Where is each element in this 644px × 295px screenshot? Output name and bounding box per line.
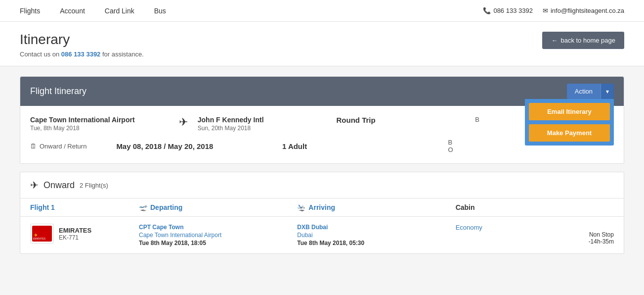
email-contact: ✉ info@flightsiteagent.co.za: [543, 7, 624, 14]
departing-header: 🛫 Departing: [139, 203, 297, 211]
make-payment-button[interactable]: Make Payment: [529, 124, 610, 142]
trip-type: Round Trip: [337, 116, 475, 124]
svg-text:EMIRATES: EMIRATES: [33, 237, 46, 240]
page-header: Itinerary Contact us on 086 133 3392 for…: [0, 22, 644, 66]
itinerary-card-title: Flight Itinerary: [30, 86, 86, 97]
cabin-header: Cabin: [456, 203, 614, 211]
adults-value: 1 Adult: [282, 142, 448, 150]
dates-label-text: Onward / Return: [40, 143, 86, 150]
other-info: O: [448, 146, 614, 153]
airline-code: EK-771: [59, 234, 91, 241]
calendar-icon: 🗓: [30, 143, 37, 150]
dates-value: May 08, 2018 / May 20, 2018: [116, 142, 282, 150]
phone-number: 086 133 3392: [493, 7, 533, 14]
departing-plane-icon: 🛫: [139, 203, 147, 211]
action-button[interactable]: Action: [567, 84, 601, 99]
onward-header: ✈ Onward 2 Flight(s): [20, 172, 624, 198]
route-arrow: ✈: [169, 116, 198, 129]
dep-datetime: Tue 8th May 2018, 18:05: [139, 240, 297, 246]
route-to: John F Kennedy Intl Sun, 20th May 2018: [198, 116, 337, 132]
airline-info: EMIRATES EK-771: [59, 227, 91, 241]
page-title: Itinerary: [20, 32, 144, 48]
departing-label: Departing: [150, 203, 182, 211]
arr-iata-code: DXB: [297, 224, 309, 231]
action-btn-group: Action ▾ Email Itinerary Make Payment: [567, 84, 614, 99]
phone-icon: 📞: [483, 7, 491, 14]
arriving-plane-icon: 🛬: [297, 203, 305, 211]
flight-cabin-info: Economy Non Stop -14h-35m: [456, 224, 614, 245]
action-dropdown-toggle[interactable]: ▾: [601, 84, 614, 99]
email-itinerary-button[interactable]: Email Itinerary: [529, 103, 610, 120]
nav-bus[interactable]: Bus: [154, 7, 166, 15]
arriving-header: 🛬 Arriving: [297, 203, 455, 211]
nav-links: Flights Account Card Link Bus: [20, 7, 166, 15]
dep-city: Cape Town: [152, 224, 183, 231]
arr-airport: Dubai: [297, 232, 455, 239]
arr-iata: DXB Dubai: [297, 224, 455, 231]
stop-type: Non Stop: [456, 231, 614, 238]
nav-account[interactable]: Account: [60, 7, 85, 15]
onward-section: ✈ Onward 2 Flight(s) Flight 1 🛫 Departin…: [20, 172, 624, 254]
itinerary-card: Flight Itinerary Action ▾ Email Itinerar…: [20, 76, 624, 164]
nav-contact: 📞 086 133 3392 ✉ info@flightsiteagent.co…: [483, 7, 624, 14]
dep-iata-code: CPT: [139, 224, 151, 231]
main-content: Flight Itinerary Action ▾ Email Itinerar…: [0, 66, 644, 264]
airline-logo: ✈ EMIRATES: [30, 224, 54, 244]
cabin-type: Economy: [456, 224, 614, 231]
flight-duration: -14h-35m: [456, 238, 614, 245]
dropdown-arrow-icon: ▾: [606, 88, 609, 95]
arriving-label: Arriving: [308, 203, 335, 211]
nav-flights[interactable]: Flights: [20, 7, 40, 15]
onward-title: Onward: [43, 180, 75, 191]
back-btn-label: back to home page: [560, 37, 615, 44]
dep-iata: CPT Cape Town: [139, 224, 297, 231]
nav-cardlink[interactable]: Card Link: [105, 7, 134, 15]
flight-num-header: Flight 1: [30, 203, 139, 211]
contact-prefix: Contact us on: [20, 50, 61, 58]
flight-row: ✈ EMIRATES EMIRATES EK-771 CPT Cape Town…: [20, 217, 624, 253]
flight-arriving-info: DXB Dubai Dubai Tue 8th May 2018, 05:30: [297, 224, 455, 246]
to-airport-name: John F Kennedy Intl: [198, 116, 337, 124]
flight-arrow-icon: ✈: [179, 116, 188, 129]
action-dropdown-menu: Email Itinerary Make Payment: [525, 99, 614, 146]
onward-plane-icon: ✈: [30, 179, 39, 191]
arr-city: Dubai: [311, 224, 328, 231]
phone-contact: 📞 086 133 3392: [483, 7, 533, 14]
flight-stop-info: Non Stop -14h-35m: [456, 231, 614, 245]
from-airport-name: Cape Town International Airport: [30, 116, 169, 124]
airline-name: EMIRATES: [59, 227, 91, 234]
top-nav: Flights Account Card Link Bus 📞 086 133 …: [0, 0, 644, 22]
flight-airline: ✈ EMIRATES EMIRATES EK-771: [30, 224, 139, 244]
from-airport-date: Tue, 8th May 2018: [30, 125, 169, 132]
to-airport-date: Sun, 20th May 2018: [198, 125, 337, 132]
back-to-home-button[interactable]: ← back to home page: [542, 32, 624, 49]
dates-label: 🗓 Onward / Return: [30, 143, 86, 150]
email-address: info@flightsiteagent.co.za: [551, 7, 624, 14]
arr-datetime: Tue 8th May 2018, 05:30: [297, 240, 455, 246]
emirates-logo-svg: ✈ EMIRATES: [32, 226, 52, 242]
itinerary-header: Flight Itinerary Action ▾ Email Itinerar…: [20, 77, 624, 106]
dep-airport: Cape Town International Airport: [139, 232, 297, 239]
contact-number: 086 133 3392: [61, 50, 101, 58]
onward-flights-badge: 2 Flight(s): [80, 182, 108, 189]
contact-suffix: for assistance.: [100, 50, 143, 58]
flight-columns-header: Flight 1 🛫 Departing 🛬 Arriving Cabin: [20, 198, 624, 217]
route-from: Cape Town International Airport Tue, 8th…: [30, 116, 169, 132]
page-header-left: Itinerary Contact us on 086 133 3392 for…: [20, 32, 144, 58]
back-arrow-icon: ←: [551, 37, 558, 44]
contact-info: Contact us on 086 133 3392 for assistanc…: [20, 50, 144, 58]
email-icon: ✉: [543, 7, 548, 14]
flight-departing-info: CPT Cape Town Cape Town International Ai…: [139, 224, 297, 246]
